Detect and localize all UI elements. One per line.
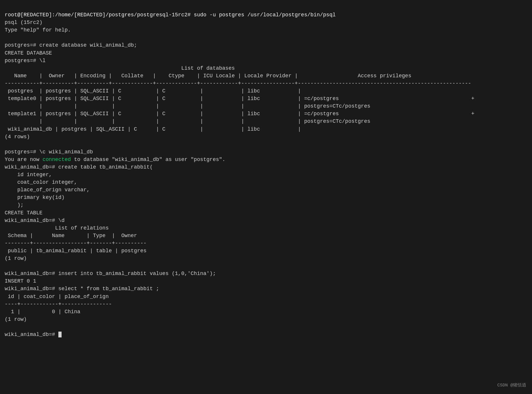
line-22: id integer, <box>5 172 52 178</box>
line-39: ----+------------+---------------- <box>5 301 112 307</box>
line-26: ); <box>5 202 24 208</box>
line-2: psql (15rc2) <box>5 20 43 25</box>
line-13: | | | | | | | postgres=CTc/postgres <box>5 103 370 109</box>
line-5: postgres=# create database wiki_animal_d… <box>5 42 137 48</box>
cursor <box>58 332 62 337</box>
line-33: (1 row) <box>5 255 27 261</box>
line-20-connected: connected <box>43 157 71 162</box>
line-14: template1 | postgres | SQL_ASCII | C | C… <box>5 111 474 117</box>
line-36: INSERT 0 1 <box>5 278 36 284</box>
line-12: template0 | postgres | SQL_ASCII | C | C… <box>5 96 474 101</box>
line-11: postgres | postgres | SQL_ASCII | C | C … <box>5 88 304 94</box>
line-37: wiki_animal_db=# select * from tb_animal… <box>5 286 159 292</box>
line-32: public | tb_animal_rabbit | table | post… <box>5 248 150 254</box>
line-20-rest: to database "wiki_animal_db" as user "po… <box>71 157 225 162</box>
line-31: --------+-----------------+-------+-----… <box>5 240 146 246</box>
line-23: coat_color integer, <box>5 179 77 185</box>
line-17: (4 rows) <box>5 134 30 140</box>
line-15: | | | | | | | postgres=CTc/postgres <box>5 118 370 124</box>
line-3: Type "help" for help. <box>5 27 71 33</box>
line-7: postgres=# \l <box>5 58 46 64</box>
line-16: wiki_animal_db | postgres | SQL_ASCII | … <box>5 126 304 132</box>
line-38: id | coat_color | place_of_orign <box>5 294 112 300</box>
line-25: primary key(id) <box>5 195 64 200</box>
line-30: Schema | Name | Type | Owner <box>5 233 146 239</box>
line-21: wiki_animal_db=# create table tb_animal_… <box>5 164 153 170</box>
line-6: CREATE DATABASE <box>5 50 52 56</box>
line-20-you: You are now <box>5 157 43 162</box>
terminal-output: root@[REDACTED]:/home/[REDACTED]/postgre… <box>5 3 527 338</box>
line-28: wiki_animal_db=# \d <box>5 218 64 223</box>
line-1: root@[REDACTED]:/home/[REDACTED]/postgre… <box>5 12 336 18</box>
line-29: List of relations <box>5 225 109 231</box>
line-43-prompt: wiki_animal_db=# <box>5 332 58 337</box>
watermark: CSDN @猪恬逍 <box>497 382 526 389</box>
line-41: (1 row) <box>5 316 27 322</box>
line-35: wiki_animal_db=# insert into tb_animal_r… <box>5 271 216 276</box>
line-40: 1 | 0 | China <box>5 309 112 315</box>
line-9: Name | Owner | Encoding | Collate | Ctyp… <box>5 73 471 79</box>
line-24: place_of_orign varchar, <box>5 187 90 193</box>
line-19: postgres=# \c wiki_animal_db <box>5 149 93 155</box>
line-27: CREATE TABLE <box>5 210 43 216</box>
line-10: -----------+----------+----------+------… <box>5 80 471 86</box>
line-8: List of databases <box>5 65 235 71</box>
